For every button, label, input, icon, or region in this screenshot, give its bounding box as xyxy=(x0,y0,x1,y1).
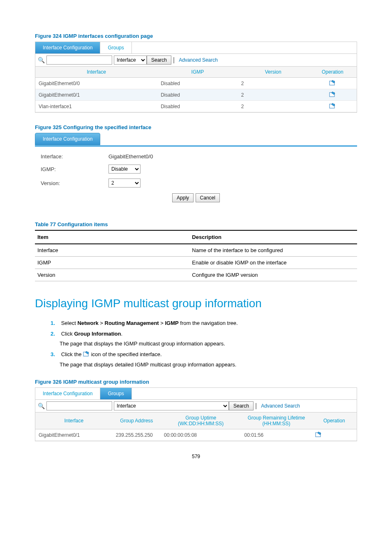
search-field-select[interactable]: Interface xyxy=(114,56,147,65)
cell-interface: GigabitEthernet0/0 xyxy=(35,78,157,89)
interface-label: Interface: xyxy=(41,153,108,160)
searchbar: 🔍 Interface Search | Advanced Search xyxy=(35,400,357,412)
fig324-panel: Interface Configuration Groups 🔍 Interfa… xyxy=(35,42,357,113)
table-row: Version Configure the IGMP version xyxy=(35,269,357,281)
step-2: 2. Click Group Information. The page tha… xyxy=(51,330,357,348)
col-igmp: IGMP xyxy=(157,67,238,78)
col-group-remaining: Group Remaining Lifetime (HH:MM:SS) xyxy=(241,412,311,429)
tab-groups[interactable]: Groups xyxy=(100,42,131,53)
version-label: Version: xyxy=(41,180,108,186)
search-button[interactable]: Search xyxy=(147,56,171,65)
text: . xyxy=(121,331,123,337)
cell-item: Version xyxy=(35,269,189,281)
tab-groups[interactable]: Groups xyxy=(100,388,131,399)
advanced-search-link[interactable]: Advanced Search xyxy=(261,403,300,409)
table-row: GigabitEthernet0/1 239.255.255.250 00:00… xyxy=(35,429,357,441)
search-input[interactable] xyxy=(46,401,112,410)
tab-interface-configuration[interactable]: Interface Configuration xyxy=(35,388,100,399)
cell-interface: GigabitEthernet0/1 xyxy=(35,89,157,101)
tabs: Interface Configuration Groups xyxy=(35,42,357,54)
col-version: Version xyxy=(238,67,309,78)
cell-interface: GigabitEthernet0/1 xyxy=(35,429,113,441)
cell-version: 2 xyxy=(238,101,309,112)
text: from the navigation tree. xyxy=(179,320,238,326)
searchbar: 🔍 Interface Search | Advanced Search xyxy=(35,54,357,67)
text: Click xyxy=(61,331,74,337)
search-button[interactable]: Search xyxy=(229,401,254,410)
cell-desc: Name of the interface to be configured xyxy=(189,244,357,257)
bold: Group Information xyxy=(74,331,121,337)
advanced-search-link[interactable]: Advanced Search xyxy=(179,57,218,63)
page-number: 579 xyxy=(35,454,357,459)
table-row: GigabitEthernet0/1 Disabled 2 xyxy=(35,89,357,101)
nav-path: IGMP xyxy=(165,320,179,326)
search-input[interactable] xyxy=(46,56,112,65)
fig325-caption: Figure 325 Configuring the specified int… xyxy=(35,124,357,130)
step-num: 2. xyxy=(51,330,60,338)
fig326-caption: Figure 326 IGMP multicast group informat… xyxy=(35,379,357,385)
step-detail: The page that displays the IGMP multicas… xyxy=(60,340,357,348)
col-operation: Operation xyxy=(312,412,357,429)
edit-icon xyxy=(83,351,90,359)
edit-icon[interactable] xyxy=(329,91,336,97)
cell-version: 2 xyxy=(238,78,309,89)
cell-uptime: 00:00:00:05:08 xyxy=(161,429,241,441)
table-row: Interface Name of the interface to be co… xyxy=(35,244,357,257)
section-heading: Displaying IGMP multicast group informat… xyxy=(35,297,357,310)
steps-list: 1. Select Network > Routing Management >… xyxy=(51,319,357,369)
cell-item: Interface xyxy=(35,244,189,257)
cell-operation xyxy=(309,78,357,89)
edit-icon[interactable] xyxy=(329,103,336,109)
text: Click the xyxy=(61,351,83,357)
col-operation: Operation xyxy=(309,67,357,78)
step-detail: The page that displays detailed IGMP mul… xyxy=(60,361,357,369)
fig324-caption: Figure 324 IGMP interfaces configuration… xyxy=(35,33,357,39)
interface-value: GigabitEthernet0/0 xyxy=(108,153,153,160)
text: Select xyxy=(61,320,78,326)
col-group-uptime: Group Uptime (WK:DD:HH:MM:SS) xyxy=(161,412,241,429)
cell-desc: Enable or disable IGMP on the interface xyxy=(189,257,357,269)
cancel-button[interactable]: Cancel xyxy=(196,193,220,202)
row-interface: Interface: GigabitEthernet0/0 xyxy=(35,151,357,162)
igmp-label: IGMP: xyxy=(41,166,108,172)
cell-operation xyxy=(312,429,357,441)
cell-desc: Configure the IGMP version xyxy=(189,269,357,281)
apply-button[interactable]: Apply xyxy=(172,193,194,202)
groups-table: Interface Group Address Group Uptime (WK… xyxy=(35,412,357,441)
search-field-select[interactable]: Interface xyxy=(114,401,229,410)
col-description: Description xyxy=(189,230,357,244)
cell-interface: Vlan-interface1 xyxy=(35,101,157,112)
row-igmp: IGMP: Disable xyxy=(35,162,357,176)
fig326-panel: Interface Configuration Groups 🔍 Interfa… xyxy=(35,387,357,441)
cell-igmp: Disabled xyxy=(157,78,238,89)
search-icon: 🔍 xyxy=(38,403,45,409)
cell-igmp: Disabled xyxy=(157,89,238,101)
col-interface: Interface xyxy=(35,412,113,429)
cell-operation xyxy=(309,89,357,101)
cell-operation xyxy=(309,101,357,112)
edit-icon[interactable] xyxy=(315,431,322,437)
interfaces-table: Interface IGMP Version Operation Gigabit… xyxy=(35,67,357,112)
fig325-panel: Interface Configuration Interface: Gigab… xyxy=(35,133,357,210)
row-version: Version: 2 xyxy=(35,176,357,190)
cell-addr: 239.255.255.250 xyxy=(113,429,161,441)
tab-interface-configuration[interactable]: Interface Configuration xyxy=(35,133,100,145)
col-item: Item xyxy=(35,230,189,244)
igmp-select[interactable]: Disable xyxy=(108,165,141,174)
step-1: 1. Select Network > Routing Management >… xyxy=(51,319,357,327)
table-row: GigabitEthernet0/0 Disabled 2 xyxy=(35,78,357,89)
step-num: 1. xyxy=(51,319,60,327)
col-interface: Interface xyxy=(35,67,157,78)
edit-icon[interactable] xyxy=(329,80,336,86)
col-group-address: Group Address xyxy=(113,412,161,429)
text: icon of the specified interface. xyxy=(90,351,162,357)
table-row: IGMP Enable or disable IGMP on the inter… xyxy=(35,257,357,269)
nav-path: Network xyxy=(77,320,98,326)
tab-interface-configuration[interactable]: Interface Configuration xyxy=(35,42,100,53)
search-icon: 🔍 xyxy=(38,57,45,63)
version-select[interactable]: 2 xyxy=(108,178,141,188)
table77-caption: Table 77 Configuration items xyxy=(35,221,357,227)
table-row: Vlan-interface1 Disabled 2 xyxy=(35,101,357,112)
cell-item: IGMP xyxy=(35,257,189,269)
cell-igmp: Disabled xyxy=(157,101,238,112)
